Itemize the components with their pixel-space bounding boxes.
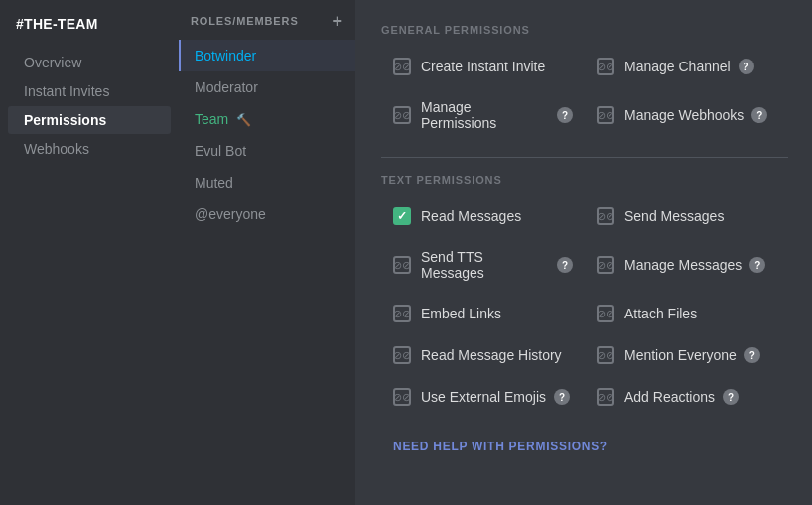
nav-item-overview[interactable]: Overview — [8, 49, 171, 76]
perm-label-manage-webhooks: Manage Webhooks ? — [624, 107, 767, 123]
perm-checkbox-read-message-history[interactable]: ⊘ — [393, 346, 411, 364]
perm-send-messages: ⊘ Send Messages — [585, 197, 788, 235]
nav-item-instant-invites[interactable]: Instant Invites — [8, 77, 171, 105]
perm-label-use-external-emojis: Use External Emojis ? — [421, 389, 570, 405]
add-role-button[interactable]: + — [333, 12, 343, 30]
perm-checkbox-use-external-emojis[interactable]: ⊘ — [393, 388, 411, 406]
divider — [381, 157, 788, 158]
channel-name: #THE-TEAM — [0, 16, 179, 48]
perm-checkbox-send-messages[interactable]: ⊘ — [597, 207, 614, 225]
help-icon-manage-webhooks[interactable]: ? — [751, 107, 767, 123]
partial-icon: ⊘ — [597, 109, 606, 122]
perm-read-message-history: ⊘ Read Message History — [381, 336, 585, 374]
perm-attach-files: ⊘ Attach Files — [585, 295, 788, 332]
perm-manage-webhooks: ⊘ Manage Webhooks ? — [585, 89, 788, 141]
perm-mention-everyone: ⊘ Mention Everyone ? — [585, 336, 788, 374]
perm-embed-links: ⊘ Embed Links — [381, 295, 585, 332]
team-icon: 🔨 — [236, 113, 251, 127]
perm-label-read-messages: Read Messages — [421, 208, 521, 224]
help-icon-manage-channel[interactable]: ? — [739, 59, 754, 74]
perm-add-reactions: ⊘ Add Reactions ? — [585, 378, 788, 416]
partial-icon: ⊘ — [393, 349, 402, 362]
perm-label-read-message-history: Read Message History — [421, 347, 562, 363]
help-icon-send-tts-messages[interactable]: ? — [557, 257, 573, 273]
help-icon-add-reactions[interactable]: ? — [723, 389, 739, 405]
partial-icon: ⊘ — [597, 349, 606, 362]
general-permissions-title: GENERAL PERMISSIONS — [381, 24, 788, 36]
general-permissions-grid: ⊘ Create Instant Invite ⊘ Manage Channel… — [381, 48, 788, 141]
perm-checkbox-manage-webhooks[interactable]: ⊘ — [597, 106, 614, 124]
role-item-evul-bot[interactable]: Evul Bot — [179, 135, 355, 167]
perm-label-add-reactions: Add Reactions ? — [624, 389, 739, 405]
perm-label-manage-channel: Manage Channel ? — [624, 59, 754, 74]
perm-checkbox-send-tts-messages[interactable]: ⊘ — [393, 256, 411, 274]
perm-label-embed-links: Embed Links — [421, 306, 501, 321]
perm-checkbox-manage-messages[interactable]: ⊘ — [597, 256, 614, 274]
partial-icon: ⊘ — [597, 210, 606, 223]
role-item-botwinder[interactable]: Botwinder — [179, 40, 355, 71]
perm-checkbox-manage-channel[interactable]: ⊘ — [597, 58, 614, 75]
role-item-everyone[interactable]: @everyone — [179, 198, 355, 230]
partial-icon: ⊘ — [597, 308, 606, 320]
partial-icon: ⊘ — [393, 391, 402, 404]
help-icon-manage-messages[interactable]: ? — [749, 257, 765, 273]
roles-header-label: ROLES/MEMBERS — [191, 15, 299, 27]
roles-header: ROLES/MEMBERS + — [179, 12, 355, 40]
perm-manage-messages: ⊘ Manage Messages ? — [585, 239, 788, 291]
perm-checkbox-create-instant-invite[interactable]: ⊘ — [393, 58, 411, 75]
sidebar-left: #THE-TEAM Overview Instant Invites Permi… — [0, 0, 179, 505]
partial-icon: ⊘ — [393, 259, 402, 272]
text-permissions-grid: Read Messages ⊘ Send Messages ⊘ Send TTS… — [381, 197, 788, 416]
partial-icon: ⊘ — [393, 308, 402, 320]
perm-manage-channel: ⊘ Manage Channel ? — [585, 48, 788, 85]
perm-checkbox-add-reactions[interactable]: ⊘ — [597, 388, 614, 406]
partial-icon: ⊘ — [597, 391, 606, 404]
perm-checkbox-attach-files[interactable]: ⊘ — [597, 305, 614, 322]
perm-use-external-emojis: ⊘ Use External Emojis ? — [381, 378, 585, 416]
nav-item-webhooks[interactable]: Webhooks — [8, 135, 171, 163]
help-icon-manage-permissions[interactable]: ? — [557, 107, 573, 123]
perm-label-manage-permissions: Manage Permissions ? — [421, 99, 573, 131]
partial-icon: ⊘ — [393, 109, 402, 122]
help-icon-use-external-emojis[interactable]: ? — [554, 389, 570, 405]
partial-icon: ⊘ — [597, 61, 606, 73]
perm-read-messages: Read Messages — [381, 197, 585, 235]
perm-checkbox-embed-links[interactable]: ⊘ — [393, 305, 411, 322]
nav-item-permissions[interactable]: Permissions — [8, 106, 171, 134]
perm-label-create-instant-invite: Create Instant Invite — [421, 59, 545, 74]
perm-checkbox-read-messages[interactable] — [393, 207, 411, 225]
role-item-team[interactable]: Team 🔨 — [179, 103, 355, 135]
perm-label-send-messages: Send Messages — [624, 208, 724, 224]
role-item-moderator[interactable]: Moderator — [179, 71, 355, 103]
main-content: GENERAL PERMISSIONS ⊘ Create Instant Inv… — [357, 0, 812, 505]
perm-label-attach-files: Attach Files — [624, 306, 697, 321]
roles-panel: ROLES/MEMBERS + Botwinder Moderator Team… — [179, 0, 357, 505]
perm-checkbox-manage-permissions[interactable]: ⊘ — [393, 106, 411, 124]
text-permissions-title: TEXT PERMISSIONS — [381, 174, 788, 186]
role-item-muted[interactable]: Muted — [179, 167, 355, 198]
perm-manage-permissions: ⊘ Manage Permissions ? — [381, 89, 585, 141]
perm-label-send-tts-messages: Send TTS Messages ? — [421, 249, 573, 281]
partial-icon: ⊘ — [393, 61, 402, 73]
perm-create-instant-invite: ⊘ Create Instant Invite — [381, 48, 585, 85]
role-team-label: Team — [195, 111, 228, 127]
help-icon-mention-everyone[interactable]: ? — [744, 347, 760, 363]
perm-label-mention-everyone: Mention Everyone ? — [624, 347, 760, 363]
need-help-link[interactable]: NEED HELP WITH PERMISSIONS? — [381, 432, 788, 461]
partial-icon: ⊘ — [597, 259, 606, 272]
perm-label-manage-messages: Manage Messages ? — [624, 257, 765, 273]
perm-checkbox-mention-everyone[interactable]: ⊘ — [597, 346, 614, 364]
perm-send-tts-messages: ⊘ Send TTS Messages ? — [381, 239, 585, 291]
